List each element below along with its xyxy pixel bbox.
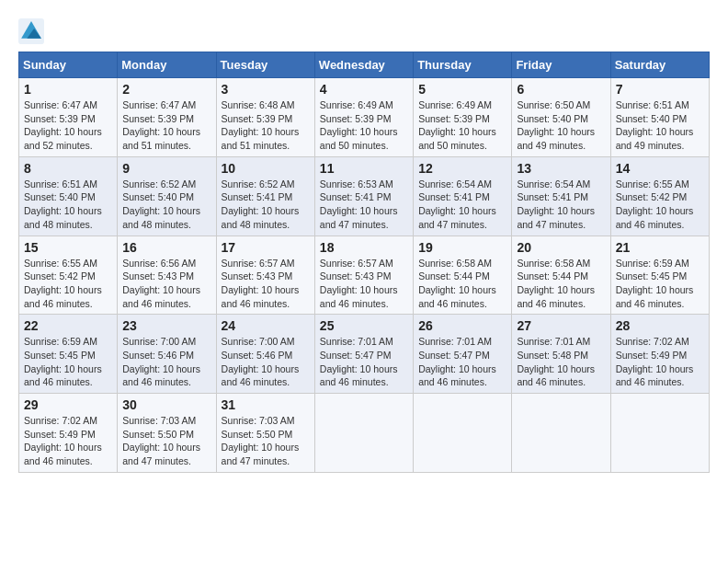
calendar-cell: 28Sunrise: 7:02 AMSunset: 5:49 PMDayligh… — [610, 315, 709, 394]
calendar-cell: 25Sunrise: 7:01 AMSunset: 5:47 PMDayligh… — [314, 315, 413, 394]
day-number: 23 — [122, 318, 210, 333]
day-detail: Sunrise: 7:00 AMSunset: 5:46 PMDaylight:… — [222, 335, 310, 389]
calendar-cell: 18Sunrise: 6:57 AMSunset: 5:43 PMDayligh… — [314, 236, 413, 315]
day-number: 18 — [320, 240, 408, 255]
calendar-cell: 22Sunrise: 6:59 AMSunset: 5:45 PMDayligh… — [19, 315, 118, 394]
calendar-cell: 31Sunrise: 7:03 AMSunset: 5:50 PMDayligh… — [216, 394, 314, 473]
day-number: 29 — [24, 397, 112, 412]
calendar-cell: 24Sunrise: 7:00 AMSunset: 5:46 PMDayligh… — [216, 315, 314, 394]
page-header — [18, 18, 710, 44]
logo-area — [18, 18, 48, 44]
calendar-cell: 30Sunrise: 7:03 AMSunset: 5:50 PMDayligh… — [118, 394, 216, 473]
day-detail: Sunrise: 6:58 AMSunset: 5:44 PMDaylight:… — [517, 257, 605, 311]
calendar-cell: 26Sunrise: 7:01 AMSunset: 5:47 PMDayligh… — [414, 315, 512, 394]
day-detail: Sunrise: 6:57 AMSunset: 5:43 PMDaylight:… — [320, 257, 408, 311]
calendar-cell — [314, 394, 413, 473]
day-number: 16 — [122, 240, 210, 255]
day-detail: Sunrise: 6:51 AMSunset: 5:40 PMDaylight:… — [616, 98, 704, 153]
day-detail: Sunrise: 6:52 AMSunset: 5:40 PMDaylight:… — [122, 178, 210, 232]
calendar-cell: 20Sunrise: 6:58 AMSunset: 5:44 PMDayligh… — [512, 236, 610, 315]
day-detail: Sunrise: 6:51 AMSunset: 5:40 PMDaylight:… — [24, 178, 112, 232]
day-detail: Sunrise: 6:49 AMSunset: 5:39 PMDaylight:… — [320, 98, 408, 153]
day-number: 14 — [616, 161, 704, 176]
day-number: 4 — [320, 82, 408, 97]
calendar-cell: 2Sunrise: 6:47 AMSunset: 5:39 PMDaylight… — [118, 78, 216, 157]
column-header-thursday: Thursday — [414, 52, 512, 78]
day-number: 2 — [122, 82, 210, 97]
calendar-cell: 12Sunrise: 6:54 AMSunset: 5:41 PMDayligh… — [414, 156, 512, 236]
calendar-cell: 11Sunrise: 6:53 AMSunset: 5:41 PMDayligh… — [314, 156, 413, 236]
day-number: 6 — [517, 82, 605, 97]
day-number: 25 — [320, 318, 408, 333]
calendar-cell: 5Sunrise: 6:49 AMSunset: 5:39 PMDaylight… — [414, 78, 512, 157]
day-detail: Sunrise: 6:59 AMSunset: 5:45 PMDaylight:… — [616, 257, 704, 311]
day-number: 20 — [517, 240, 605, 255]
calendar-cell — [610, 394, 709, 473]
day-detail: Sunrise: 7:02 AMSunset: 5:49 PMDaylight:… — [24, 414, 112, 468]
calendar-cell: 3Sunrise: 6:48 AMSunset: 5:39 PMDaylight… — [216, 78, 314, 157]
calendar-cell: 1Sunrise: 6:47 AMSunset: 5:39 PMDaylight… — [19, 78, 118, 157]
column-header-monday: Monday — [118, 52, 216, 78]
day-detail: Sunrise: 6:56 AMSunset: 5:43 PMDaylight:… — [122, 257, 210, 311]
column-header-saturday: Saturday — [610, 52, 709, 78]
day-number: 10 — [222, 161, 310, 176]
logo-icon — [18, 18, 44, 44]
calendar-cell: 15Sunrise: 6:55 AMSunset: 5:42 PMDayligh… — [19, 236, 118, 315]
calendar-cell: 23Sunrise: 7:00 AMSunset: 5:46 PMDayligh… — [118, 315, 216, 394]
day-detail: Sunrise: 6:48 AMSunset: 5:39 PMDaylight:… — [222, 98, 310, 153]
calendar-cell: 10Sunrise: 6:52 AMSunset: 5:41 PMDayligh… — [216, 156, 314, 236]
day-detail: Sunrise: 6:59 AMSunset: 5:45 PMDaylight:… — [24, 335, 112, 389]
day-detail: Sunrise: 6:47 AMSunset: 5:39 PMDaylight:… — [24, 98, 112, 153]
day-number: 11 — [320, 161, 408, 176]
day-number: 8 — [24, 161, 112, 176]
day-number: 21 — [616, 240, 704, 255]
day-detail: Sunrise: 6:54 AMSunset: 5:41 PMDaylight:… — [517, 178, 605, 232]
day-number: 28 — [616, 318, 704, 333]
calendar-week-3: 15Sunrise: 6:55 AMSunset: 5:42 PMDayligh… — [19, 236, 710, 315]
calendar-cell — [512, 394, 610, 473]
day-number: 13 — [517, 161, 605, 176]
calendar-week-2: 8Sunrise: 6:51 AMSunset: 5:40 PMDaylight… — [19, 156, 710, 236]
calendar-cell: 16Sunrise: 6:56 AMSunset: 5:43 PMDayligh… — [118, 236, 216, 315]
day-number: 17 — [222, 240, 310, 255]
day-number: 31 — [222, 397, 310, 412]
day-detail: Sunrise: 6:58 AMSunset: 5:44 PMDaylight:… — [418, 257, 506, 311]
day-number: 9 — [122, 161, 210, 176]
day-detail: Sunrise: 7:02 AMSunset: 5:49 PMDaylight:… — [616, 335, 704, 389]
day-number: 1 — [24, 82, 112, 97]
day-number: 19 — [418, 240, 506, 255]
calendar-cell: 13Sunrise: 6:54 AMSunset: 5:41 PMDayligh… — [512, 156, 610, 236]
day-detail: Sunrise: 7:01 AMSunset: 5:47 PMDaylight:… — [320, 335, 408, 389]
calendar-cell: 17Sunrise: 6:57 AMSunset: 5:43 PMDayligh… — [216, 236, 314, 315]
calendar-cell: 14Sunrise: 6:55 AMSunset: 5:42 PMDayligh… — [610, 156, 709, 236]
day-number: 5 — [418, 82, 506, 97]
day-detail: Sunrise: 6:53 AMSunset: 5:41 PMDaylight:… — [320, 178, 408, 232]
day-detail: Sunrise: 7:00 AMSunset: 5:46 PMDaylight:… — [122, 335, 210, 389]
column-header-tuesday: Tuesday — [216, 52, 314, 78]
day-number: 26 — [418, 318, 506, 333]
day-detail: Sunrise: 7:01 AMSunset: 5:47 PMDaylight:… — [418, 335, 506, 389]
day-detail: Sunrise: 6:47 AMSunset: 5:39 PMDaylight:… — [122, 98, 210, 153]
calendar-cell: 4Sunrise: 6:49 AMSunset: 5:39 PMDaylight… — [314, 78, 413, 157]
column-header-wednesday: Wednesday — [314, 52, 413, 78]
calendar-cell: 6Sunrise: 6:50 AMSunset: 5:40 PMDaylight… — [512, 78, 610, 157]
day-detail: Sunrise: 6:50 AMSunset: 5:40 PMDaylight:… — [517, 98, 605, 153]
day-number: 27 — [517, 318, 605, 333]
day-detail: Sunrise: 6:55 AMSunset: 5:42 PMDaylight:… — [616, 178, 704, 232]
day-number: 3 — [222, 82, 310, 97]
calendar-cell: 21Sunrise: 6:59 AMSunset: 5:45 PMDayligh… — [610, 236, 709, 315]
day-number: 24 — [222, 318, 310, 333]
day-detail: Sunrise: 6:49 AMSunset: 5:39 PMDaylight:… — [418, 98, 506, 153]
day-number: 12 — [418, 161, 506, 176]
day-detail: Sunrise: 6:55 AMSunset: 5:42 PMDaylight:… — [24, 257, 112, 311]
calendar-cell: 19Sunrise: 6:58 AMSunset: 5:44 PMDayligh… — [414, 236, 512, 315]
day-number: 15 — [24, 240, 112, 255]
calendar-week-1: 1Sunrise: 6:47 AMSunset: 5:39 PMDaylight… — [19, 78, 710, 157]
calendar-cell: 29Sunrise: 7:02 AMSunset: 5:49 PMDayligh… — [19, 394, 118, 473]
day-number: 7 — [616, 82, 704, 97]
day-detail: Sunrise: 7:03 AMSunset: 5:50 PMDaylight:… — [122, 414, 210, 468]
day-number: 30 — [122, 397, 210, 412]
calendar-table: SundayMondayTuesdayWednesdayThursdayFrid… — [18, 52, 710, 473]
day-number: 22 — [24, 318, 112, 333]
calendar-cell — [414, 394, 512, 473]
